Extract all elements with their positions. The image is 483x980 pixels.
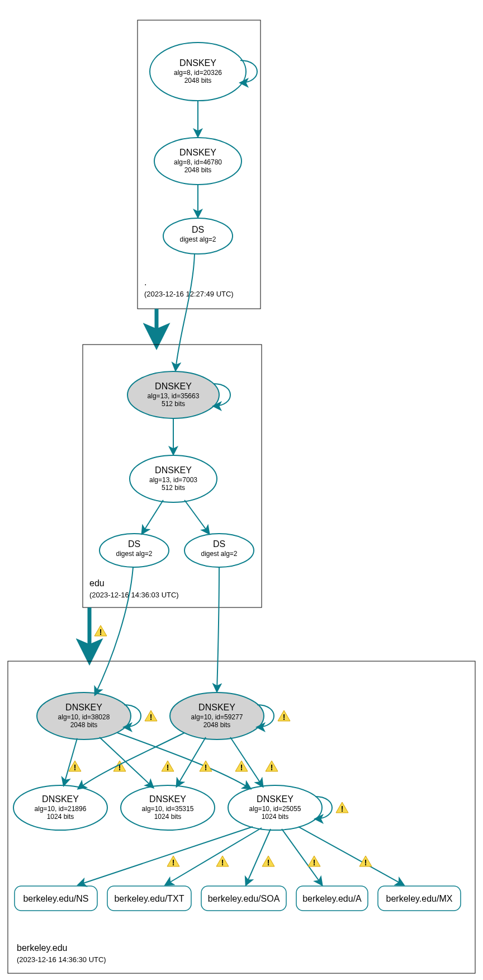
zsk3-to-txt-edge: [165, 828, 262, 885]
svg-text:512 bits: 512 bits: [162, 400, 185, 408]
svg-text:berkeley.edu/MX: berkeley.edu/MX: [386, 894, 453, 903]
svg-text:DNSKEY: DNSKEY: [149, 794, 186, 804]
svg-text:DNSKEY: DNSKEY: [257, 794, 293, 804]
edu-zsk-to-ds1-edge: [142, 500, 163, 534]
warn-icon: [235, 761, 248, 772]
warn-icon: [278, 710, 290, 722]
svg-text:2048 bits: 2048 bits: [203, 721, 231, 729]
svg-text:berkeley.edu/NS: berkeley.edu/NS: [23, 894, 88, 903]
svg-text:berkeley.edu/SOA: berkeley.edu/SOA: [208, 894, 280, 903]
svg-text:berkeley.edu/TXT: berkeley.edu/TXT: [114, 894, 184, 903]
svg-text:DS: DS: [213, 539, 225, 549]
warn-icon: [162, 761, 174, 772]
svg-text:DNSKEY: DNSKEY: [179, 58, 216, 68]
ksk1-to-zsk3-edge: [117, 733, 250, 789]
svg-text:digest alg=2: digest alg=2: [116, 550, 152, 558]
svg-text:DNSKEY: DNSKEY: [65, 703, 102, 712]
svg-text:2048 bits: 2048 bits: [70, 721, 98, 729]
svg-text:alg=10, id=38028: alg=10, id=38028: [58, 713, 110, 721]
svg-text:2048 bits: 2048 bits: [184, 77, 212, 84]
rrset-soa: berkeley.edu/SOA: [201, 886, 286, 911]
svg-text:DNSKEY: DNSKEY: [198, 703, 235, 712]
edu-zsk-node: DNSKEY alg=13, id=7003 512 bits: [130, 455, 217, 502]
warn-icon: [94, 625, 107, 637]
svg-text:alg=10, id=25055: alg=10, id=25055: [249, 805, 301, 813]
rrset-txt: berkeley.edu/TXT: [107, 886, 191, 911]
berkeley-zsk1-node: DNSKEY alg=10, id=21896 1024 bits: [13, 785, 107, 830]
warn-icon: [336, 802, 348, 813]
berkeley-zsk2-node: DNSKEY alg=10, id=35315 1024 bits: [121, 785, 215, 830]
svg-text:DNSKEY: DNSKEY: [42, 794, 79, 804]
warn-icon: [262, 856, 274, 867]
svg-text:alg=8, id=46780: alg=8, id=46780: [174, 158, 222, 166]
svg-text:alg=13, id=35663: alg=13, id=35663: [148, 392, 200, 400]
berkeley-ksk1-node: DNSKEY alg=10, id=38028 2048 bits: [37, 692, 131, 739]
svg-text:alg=10, id=35315: alg=10, id=35315: [142, 805, 194, 813]
zone-root-name: .: [144, 277, 146, 287]
zsk3-to-a-edge: [282, 829, 322, 885]
svg-text:digest alg=2: digest alg=2: [179, 235, 216, 243]
ksk2-to-zsk1-edge: [78, 733, 184, 789]
zsk3-to-soa-edge: [246, 829, 271, 885]
root-ds-node: DS digest alg=2: [163, 218, 233, 254]
rrset-ns: berkeley.edu/NS: [15, 886, 97, 911]
zone-edu-name: edu: [89, 578, 105, 588]
svg-text:alg=10, id=59277: alg=10, id=59277: [191, 713, 243, 721]
svg-text:1024 bits: 1024 bits: [262, 813, 289, 821]
svg-text:512 bits: 512 bits: [162, 484, 185, 492]
svg-text:2048 bits: 2048 bits: [184, 166, 212, 174]
root-zsk-node: DNSKEY alg=8, id=46780 2048 bits: [154, 138, 242, 185]
warn-icon: [308, 856, 320, 867]
warn-icon: [216, 856, 229, 867]
root-ksk-node: DNSKEY alg=8, id=20326 2048 bits: [150, 43, 246, 101]
rrset-a: berkeley.edu/A: [296, 886, 368, 911]
dnssec-graph: ! . (2023-12-16 12:27:49 UTC) DNSKEY alg…: [0, 0, 483, 980]
warn-icon: [167, 856, 179, 867]
edu-ds1-node: DS digest alg=2: [100, 534, 169, 567]
svg-text:DNSKEY: DNSKEY: [179, 148, 216, 157]
zone-edu-timestamp: (2023-12-16 14:36:03 UTC): [89, 591, 179, 599]
svg-text:digest alg=2: digest alg=2: [201, 550, 237, 558]
svg-text:DNSKEY: DNSKEY: [155, 381, 192, 391]
svg-text:DS: DS: [128, 539, 140, 549]
zone-berkeley-timestamp: (2023-12-16 14:36:30 UTC): [17, 955, 106, 964]
edu-ds2-to-berkeley-ksk2-edge: [217, 567, 219, 691]
svg-text:1024 bits: 1024 bits: [47, 813, 74, 821]
ksk2-to-zsk3-edge: [230, 737, 263, 786]
svg-text:DNSKEY: DNSKEY: [155, 465, 192, 475]
zsk3-to-ns-edge: [78, 827, 253, 885]
ksk2-to-zsk2-edge: [177, 737, 206, 786]
berkeley-zsk3-node: DNSKEY alg=10, id=25055 1024 bits: [228, 785, 322, 830]
svg-text:alg=10, id=21896: alg=10, id=21896: [35, 805, 87, 813]
rrset-mx: berkeley.edu/MX: [378, 886, 461, 911]
svg-text:alg=8, id=20326: alg=8, id=20326: [174, 69, 222, 77]
ksk1-to-zsk2-edge: [100, 737, 153, 788]
warn-icon: [145, 710, 157, 722]
svg-text:DS: DS: [192, 225, 204, 234]
warn-icon: [266, 761, 278, 772]
edu-zsk-to-ds2-edge: [184, 500, 209, 534]
warn-icon: [200, 761, 212, 772]
svg-text:berkeley.edu/A: berkeley.edu/A: [302, 894, 362, 903]
svg-text:1024 bits: 1024 bits: [154, 813, 182, 821]
svg-text:alg=13, id=7003: alg=13, id=7003: [149, 476, 197, 484]
root-ds-to-edu-ksk-edge: [176, 254, 195, 370]
zone-berkeley-name: berkeley.edu: [17, 943, 67, 953]
edu-ksk-node: DNSKEY alg=13, id=35663 512 bits: [127, 371, 219, 418]
edu-ds2-node: DS digest alg=2: [184, 534, 254, 567]
